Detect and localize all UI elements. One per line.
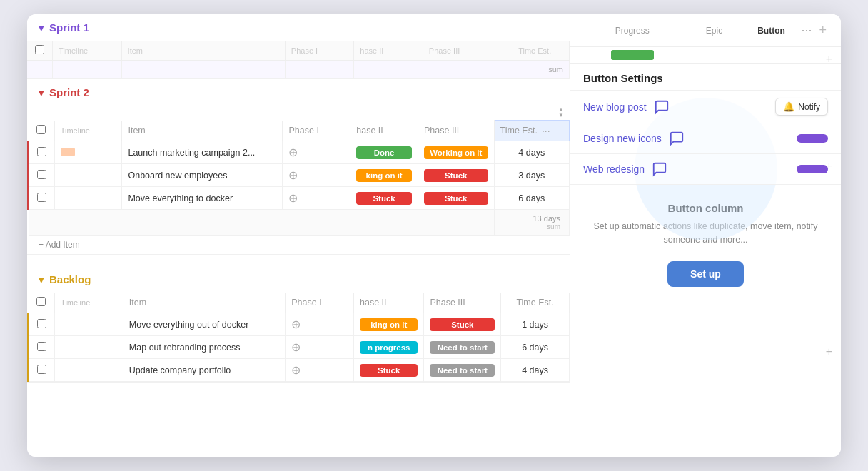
button-col-header: Button — [742, 26, 799, 36]
sprint2-title: Sprint 2 — [49, 86, 89, 98]
item-name: Design new icons — [583, 133, 662, 144]
row-phase1[interactable]: ⊕ — [283, 141, 350, 164]
purple-action-button-2[interactable] — [797, 165, 828, 173]
add-column-button[interactable]: + — [813, 20, 832, 41]
column-more-button[interactable]: ··· — [799, 23, 813, 38]
row-phase1[interactable]: ⊕ — [286, 336, 354, 359]
row-phase3: Stuck — [418, 164, 494, 187]
sprint1-sum-item — [121, 61, 285, 78]
sprint2-sum-row: 13 days sum — [29, 210, 570, 236]
list-item: Design new icons — [570, 123, 841, 154]
sprint2-select-all[interactable] — [36, 125, 46, 134]
row-phase1[interactable]: ⊕ — [283, 164, 350, 187]
sprint1-sum-p3 — [423, 61, 500, 78]
sprint1-title: Sprint 1 — [49, 21, 89, 34]
row-phase1[interactable]: ⊕ — [286, 359, 354, 382]
app-container: ▾ Sprint 1 Timeline Item Phase I hase II… — [27, 14, 841, 457]
sort-row: ▲▼ — [27, 106, 570, 120]
panel-col-headers: Progress Epic Button ··· + — [570, 14, 841, 47]
row-check[interactable] — [29, 141, 55, 164]
sprint1-header[interactable]: ▾ Sprint 1 — [27, 14, 570, 41]
row-phase1[interactable]: ⊕ — [283, 187, 350, 210]
right-panel: Progress Epic Button ··· + Button Settin… — [570, 14, 841, 457]
green-indicators-row — [570, 47, 841, 64]
row-phase2: Done — [350, 141, 418, 164]
sprint1-timeline-header: Timeline — [53, 41, 122, 61]
row-check[interactable] — [29, 336, 55, 359]
progress-col-header: Progress — [579, 26, 685, 36]
backlog-select-all[interactable] — [36, 297, 46, 306]
row-check[interactable] — [29, 313, 55, 336]
epic-col-header: Epic — [685, 26, 742, 36]
sprint2-timeest-header[interactable]: Time Est. ··· — [494, 121, 569, 141]
table-row: Move everything out of docker ⊕ king on … — [29, 313, 570, 336]
purple-action-button[interactable] — [797, 134, 828, 143]
sprint2-header[interactable]: ▾ Sprint 2 — [27, 79, 570, 106]
sprint2-table: Timeline Item Phase I hase II Phase III … — [27, 120, 570, 236]
sprint2-phase3-header: Phase III — [418, 121, 494, 141]
row-check[interactable] — [29, 187, 55, 210]
backlog-header[interactable]: ▾ Backlog — [27, 266, 570, 293]
row-item: Move everything out of docker — [123, 313, 285, 336]
sprint1-sum-p2 — [354, 61, 423, 78]
row-phase2: n progress — [354, 336, 424, 359]
row-phase1[interactable]: ⊕ — [286, 313, 354, 336]
sprint2-section: ▾ Sprint 2 ▲▼ Timeline Item Phase I hase… — [27, 79, 570, 255]
backlog-chevron-icon[interactable]: ▾ — [39, 274, 44, 285]
row-check[interactable] — [29, 359, 55, 382]
backlog-table: Timeline Item Phase I hase II Phase III … — [27, 293, 570, 382]
sprint1-table-container: Timeline Item Phase I hase II Phase III … — [27, 41, 570, 78]
sprint1-phase2-header: hase II — [354, 41, 423, 61]
sprint2-sum-value: 13 days sum — [494, 210, 569, 236]
list-item: New blog post 🔔 Notify — [570, 91, 841, 123]
backlog-timeline-header: Timeline — [55, 293, 123, 313]
table-row: Map out rebranding process ⊕ n progress … — [29, 336, 570, 359]
sprint1-chevron-icon[interactable]: ▾ — [39, 22, 44, 34]
time-est-header-group: Time Est. ··· — [500, 125, 563, 136]
sprint2-add-item[interactable]: + Add Item — [27, 236, 570, 254]
table-row: Onboard new employees ⊕ king on it Stuck… — [29, 164, 570, 187]
backlog-phase2-header: hase II — [354, 293, 424, 313]
sort-arrows-icon[interactable]: ▲▼ — [558, 107, 564, 118]
timeest-dots-button[interactable]: ··· — [540, 125, 552, 136]
row-phase3: Need to start — [424, 336, 501, 359]
sprint1-sum-row: sum — [27, 61, 570, 78]
sprint1-check-header — [27, 41, 53, 61]
sprint2-phase1-header: Phase I — [283, 121, 350, 141]
notify-button[interactable]: 🔔 Notify — [775, 98, 828, 116]
table-row: Move everything to docker ⊕ Stuck Stuck … — [29, 187, 570, 210]
sprint1-table: Timeline Item Phase I hase II Phase III … — [27, 41, 570, 78]
row-timeest: 6 days — [494, 187, 569, 210]
sprint1-sum-check — [27, 61, 53, 78]
sprint2-sum-label — [29, 210, 495, 236]
item-left: New blog post — [583, 99, 670, 115]
sprint1-sum-p1 — [285, 61, 354, 78]
sprint1-item-header: Item — [121, 41, 285, 61]
bell-icon: 🔔 — [783, 101, 794, 112]
chat-icon — [652, 161, 667, 177]
row-timeline — [54, 141, 122, 164]
row-item: Launch marketing campaign 2... — [122, 141, 283, 164]
sprint1-sum-time: sum — [500, 61, 570, 78]
main-content: ▾ Sprint 1 Timeline Item Phase I hase II… — [27, 14, 570, 457]
row-phase2: Stuck — [350, 187, 418, 210]
row-item: Map out rebranding process — [123, 336, 285, 359]
row-check[interactable] — [29, 164, 55, 187]
backlog-section: ▾ Backlog Timeline Item Phase I hase II … — [27, 266, 570, 383]
backlog-timeest-header: Time Est. — [501, 293, 570, 313]
row-timeest: 3 days — [494, 164, 569, 187]
row-phase3: Stuck — [418, 187, 494, 210]
sprint2-chevron-icon[interactable]: ▾ — [39, 87, 44, 98]
sprint1-select-all[interactable] — [35, 45, 44, 54]
backlog-table-container: Timeline Item Phase I hase II Phase III … — [27, 293, 570, 382]
setup-button[interactable]: Set up — [667, 261, 744, 287]
backlog-phase3-header: Phase III — [424, 293, 501, 313]
progress-indicator — [579, 50, 685, 60]
backlog-check-header — [29, 293, 55, 313]
add-row-top-button[interactable]: + — [820, 50, 838, 69]
add-row-bottom-button[interactable]: + — [820, 343, 838, 361]
row-timeline — [54, 164, 122, 187]
item-left: Design new icons — [583, 131, 685, 146]
backlog-item-header: Item — [123, 293, 285, 313]
row-item: Move everything to docker — [122, 187, 283, 210]
